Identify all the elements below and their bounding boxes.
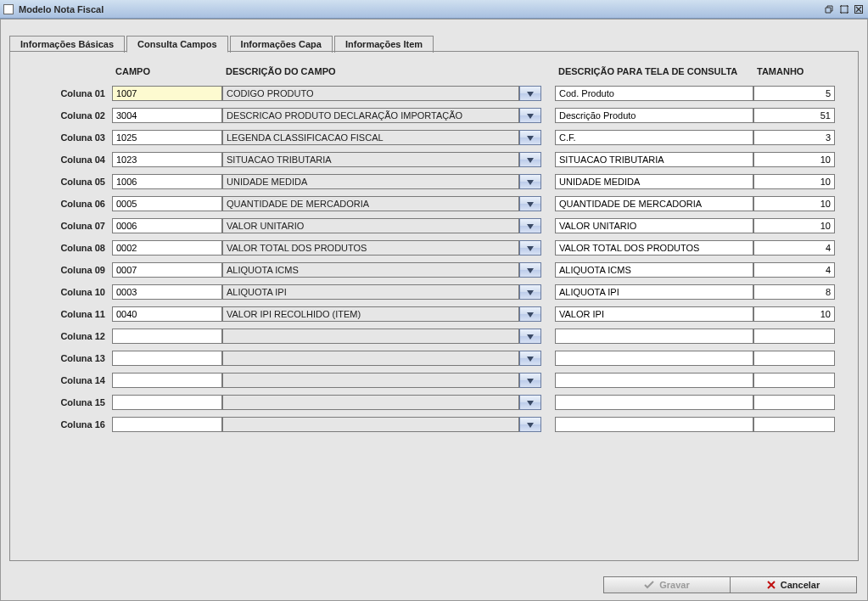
col-header-descricao: DESCRIÇÃO DO CAMPO: [222, 66, 519, 76]
dropdown-button[interactable]: [519, 152, 541, 167]
dropdown-button[interactable]: [519, 329, 541, 344]
dropdown-button[interactable]: [519, 373, 541, 388]
campo-input[interactable]: [112, 108, 222, 123]
descricao-display: UNIDADE MEDIDA: [222, 174, 519, 189]
dropdown-button[interactable]: [519, 174, 541, 189]
row-label: Coluna 07: [19, 221, 112, 231]
tamanho-input[interactable]: [753, 373, 835, 388]
row-label: Coluna 04: [19, 154, 112, 165]
dropdown-button[interactable]: [519, 130, 541, 145]
tamanho-input[interactable]: [753, 196, 835, 211]
query-input[interactable]: [555, 152, 753, 167]
dropdown-button[interactable]: [519, 395, 541, 410]
chevron-down-icon: [527, 132, 534, 143]
restore-down-icon[interactable]: [824, 3, 836, 15]
chevron-down-icon: [527, 199, 534, 209]
query-input[interactable]: [555, 130, 753, 145]
row-label: Coluna 16: [19, 419, 112, 430]
descricao-display: CODIGO PRODUTO: [222, 86, 519, 101]
close-icon[interactable]: [853, 3, 865, 15]
x-icon: [767, 581, 776, 589]
tamanho-input[interactable]: [753, 218, 835, 233]
tamanho-input[interactable]: [753, 152, 835, 167]
campo-input[interactable]: [112, 262, 222, 278]
descricao-display: DESCRICAO PRODUTO DECLARAÇÃO IMPORTAÇÃO: [222, 108, 519, 123]
campo-input[interactable]: [112, 306, 222, 322]
query-input[interactable]: [555, 395, 753, 410]
tamanho-input[interactable]: [753, 329, 835, 344]
campo-input[interactable]: [112, 196, 222, 211]
row-label: Coluna 12: [19, 331, 112, 341]
query-input[interactable]: [555, 196, 753, 211]
campo-input[interactable]: [112, 218, 222, 233]
chevron-down-icon: [527, 309, 534, 319]
campo-input[interactable]: [112, 152, 222, 167]
tamanho-input[interactable]: [753, 284, 835, 300]
query-input[interactable]: [555, 108, 753, 123]
chevron-down-icon: [527, 243, 534, 253]
chevron-down-icon: [527, 265, 534, 275]
table-row: Coluna 06QUANTIDADE DE MERCADORIA: [19, 193, 849, 215]
query-input[interactable]: [555, 373, 753, 388]
dropdown-button[interactable]: [519, 262, 541, 278]
descricao-display: SITUACAO TRIBUTARIA: [222, 152, 519, 167]
dropdown-button[interactable]: [519, 417, 541, 432]
grid: CAMPO DESCRIÇÃO DO CAMPO DESCRIÇÃO PARA …: [10, 52, 858, 435]
tamanho-input[interactable]: [753, 306, 835, 322]
dropdown-button[interactable]: [519, 351, 541, 366]
tab-informacoes-capa[interactable]: Informações Capa: [230, 36, 333, 53]
table-row: Coluna 15: [19, 391, 849, 413]
chevron-down-icon: [527, 221, 534, 231]
tab-informacoes-basicas[interactable]: Informações Básicas: [9, 36, 125, 53]
query-input[interactable]: [555, 174, 753, 189]
maximize-icon[interactable]: [838, 3, 850, 15]
gravar-button[interactable]: Gravar: [603, 576, 731, 593]
tamanho-input[interactable]: [753, 240, 835, 256]
tamanho-input[interactable]: [753, 174, 835, 189]
row-label: Coluna 01: [19, 88, 112, 98]
query-input[interactable]: [555, 417, 753, 432]
tamanho-input[interactable]: [753, 108, 835, 123]
campo-input[interactable]: [112, 86, 222, 101]
descricao-display: LEGENDA CLASSIFICACAO FISCAL: [222, 130, 519, 145]
query-input[interactable]: [555, 218, 753, 233]
chevron-down-icon: [527, 287, 534, 297]
descricao-display: VALOR TOTAL DOS PRODUTOS: [222, 240, 519, 256]
dropdown-button[interactable]: [519, 306, 541, 322]
query-input[interactable]: [555, 240, 753, 256]
campo-input[interactable]: [112, 373, 222, 388]
tamanho-input[interactable]: [753, 351, 835, 366]
table-row: Coluna 08VALOR TOTAL DOS PRODUTOS: [19, 237, 849, 259]
tamanho-input[interactable]: [753, 417, 835, 432]
table-row: Coluna 10ALIQUOTA IPI: [19, 281, 849, 303]
campo-input[interactable]: [112, 351, 222, 366]
descricao-display: [222, 351, 519, 366]
tab-consulta-campos[interactable]: Consulta Campos: [126, 36, 228, 53]
tamanho-input[interactable]: [753, 130, 835, 145]
query-input[interactable]: [555, 262, 753, 278]
campo-input[interactable]: [112, 417, 222, 432]
dropdown-button[interactable]: [519, 240, 541, 256]
dropdown-button[interactable]: [519, 284, 541, 300]
dropdown-button[interactable]: [519, 218, 541, 233]
dropdown-button[interactable]: [519, 86, 541, 101]
cancelar-button[interactable]: Cancelar: [730, 576, 857, 593]
tamanho-input[interactable]: [753, 86, 835, 101]
tab-informacoes-item[interactable]: Informações Item: [334, 36, 434, 53]
grid-header-row: CAMPO DESCRIÇÃO DO CAMPO DESCRIÇÃO PARA …: [19, 60, 849, 82]
campo-input[interactable]: [112, 329, 222, 344]
query-input[interactable]: [555, 306, 753, 322]
query-input[interactable]: [555, 86, 753, 101]
tamanho-input[interactable]: [753, 262, 835, 278]
tamanho-input[interactable]: [753, 395, 835, 410]
campo-input[interactable]: [112, 240, 222, 256]
campo-input[interactable]: [112, 174, 222, 189]
dropdown-button[interactable]: [519, 108, 541, 123]
dropdown-button[interactable]: [519, 196, 541, 211]
query-input[interactable]: [555, 284, 753, 300]
campo-input[interactable]: [112, 395, 222, 410]
campo-input[interactable]: [112, 284, 222, 300]
query-input[interactable]: [555, 351, 753, 366]
campo-input[interactable]: [112, 130, 222, 145]
query-input[interactable]: [555, 329, 753, 344]
